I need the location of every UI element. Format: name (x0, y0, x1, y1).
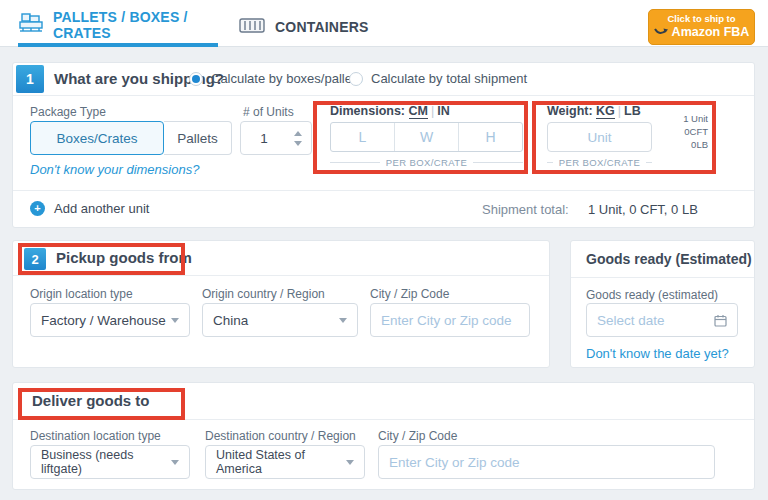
amazon-fba-button[interactable]: Click to ship to Amazon FBA (648, 9, 755, 45)
package-type-label: Package Type (30, 105, 106, 119)
amazon-arrow-icon (654, 25, 669, 39)
destination-location-type-select[interactable]: Business (needs liftgate) (30, 445, 190, 479)
destination-location-type-label: Destination location type (30, 429, 161, 443)
tab-label: PALLETS / BOXES / CRATES (53, 9, 218, 41)
destination-location-type-value: Business (needs liftgate) (41, 448, 171, 476)
stepper-arrows[interactable] (287, 122, 309, 154)
destination-country-label: Destination country / Region (205, 429, 356, 443)
radio-label: Calculate by total shipment (371, 71, 527, 86)
dont-know-dimensions-link[interactable]: Don't know your dimensions? (30, 162, 199, 177)
length-input[interactable] (331, 123, 394, 151)
calendar-icon[interactable] (714, 314, 727, 327)
unit-kg-toggle[interactable]: KG (596, 104, 615, 119)
package-type-pallets[interactable]: Pallets (164, 121, 232, 155)
units-stepper[interactable] (240, 121, 312, 155)
shipment-total-value: 1 Unit, 0 CFT, 0 LB (588, 202, 698, 217)
radio-selected-icon (189, 72, 203, 86)
date-placeholder: Select date (597, 313, 665, 328)
shipping-card-divider (13, 190, 754, 191)
destination-city-input[interactable] (378, 445, 715, 479)
step-1-badge: 1 (16, 65, 44, 93)
tab-pallets-boxes-crates[interactable]: PALLETS / BOXES / CRATES (18, 6, 218, 47)
tab-containers[interactable]: CONTAINERS (238, 6, 369, 47)
origin-country-value: China (213, 313, 248, 328)
plus-icon: + (30, 201, 45, 216)
unit-lb-toggle[interactable]: LB (624, 104, 641, 118)
stepper-down-icon[interactable] (294, 141, 302, 146)
radio-calculate-by-boxes[interactable]: Calculate by boxes/pallets (189, 71, 362, 86)
chevron-down-icon (171, 460, 179, 465)
add-another-unit-button[interactable]: + Add another unit (30, 201, 149, 216)
deliver-section-title: Deliver goods to (32, 382, 150, 420)
origin-city-input[interactable] (370, 303, 530, 337)
unit-stats: 1 Unit 0CFT 0LB (648, 112, 708, 151)
destination-city-label: City / Zip Code (378, 429, 457, 443)
goods-ready-title: Goods ready (Estimated) (586, 240, 752, 278)
goods-ready-date-field[interactable]: Select date (586, 303, 738, 337)
width-input[interactable] (394, 123, 458, 151)
chevron-down-icon (171, 318, 179, 323)
fba-button-line1: Click to ship to (667, 14, 735, 25)
dimensions-label: Dimensions: (330, 104, 405, 118)
stat-lb: 0LB (648, 138, 708, 151)
origin-location-type-value: Factory / Warehouse (41, 313, 166, 328)
origin-location-type-label: Origin location type (30, 287, 133, 301)
origin-location-type-select[interactable]: Factory / Warehouse (30, 303, 190, 337)
units-input[interactable] (241, 122, 287, 154)
height-input[interactable] (458, 123, 522, 151)
origin-city-label: City / Zip Code (370, 287, 449, 301)
weight-label: Weight: (547, 104, 593, 118)
origin-country-select[interactable]: China (202, 303, 358, 337)
dimensions-per-box-label: PER BOX/CRATE (330, 157, 523, 168)
step-2-badge: 2 (24, 248, 46, 270)
radio-calculate-by-total[interactable]: Calculate by total shipment (349, 71, 527, 86)
dimensions-unit-header: Dimensions: CM|IN (330, 104, 450, 118)
destination-country-value: United States of America (216, 448, 346, 476)
radio-label: Calculate by boxes/pallets (211, 71, 362, 86)
dont-know-date-link[interactable]: Don't know the date yet? (586, 346, 729, 361)
origin-country-label: Origin country / Region (202, 287, 325, 301)
radio-unselected-icon (349, 72, 363, 86)
stat-units: 1 Unit (648, 112, 708, 125)
stat-cft: 0CFT (648, 125, 708, 138)
add-unit-label: Add another unit (54, 201, 149, 216)
shipment-total-label: Shipment total: (482, 202, 569, 217)
weight-unit-header: Weight: KG|LB (547, 104, 641, 118)
chevron-down-icon (346, 460, 354, 465)
units-label: # of Units (243, 105, 294, 119)
pickup-section-title: Pickup goods from (56, 240, 192, 276)
goods-ready-label: Goods ready (estimated) (586, 288, 718, 302)
chevron-down-icon (339, 318, 347, 323)
package-type-boxes-crates[interactable]: Boxes/Crates (30, 121, 164, 155)
weight-per-box-label: PER BOX/CRATE (547, 157, 652, 168)
container-icon (238, 15, 266, 39)
weight-input[interactable] (547, 122, 652, 152)
dimensions-inputs (330, 122, 523, 152)
unit-cm-toggle[interactable]: CM (409, 104, 428, 119)
destination-country-select[interactable]: United States of America (205, 445, 365, 479)
tab-label: CONTAINERS (275, 19, 369, 35)
pallet-icon (18, 12, 44, 38)
stepper-up-icon[interactable] (294, 131, 302, 136)
fba-button-line2: Amazon FBA (672, 25, 750, 39)
unit-in-toggle[interactable]: IN (437, 104, 450, 118)
